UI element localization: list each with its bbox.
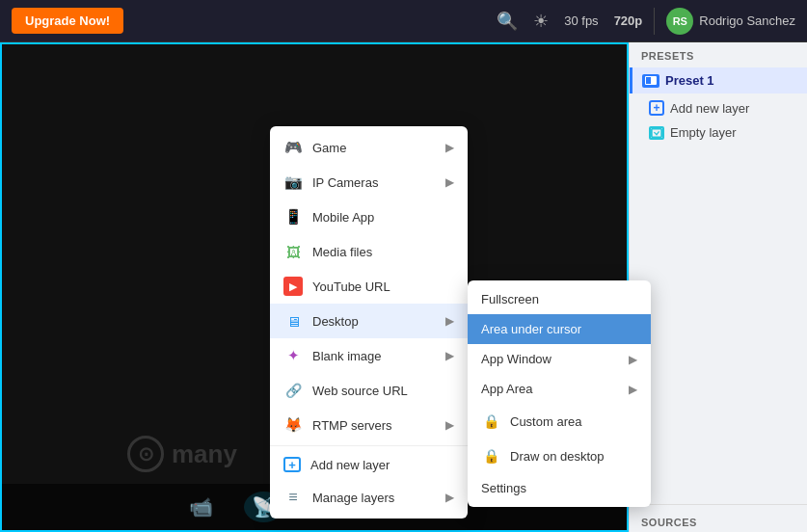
ip-cameras-icon: 📷 <box>283 173 303 192</box>
desktop-submenu: Fullscreen Area under cursor App Window … <box>468 280 651 507</box>
submenu-item-app-area[interactable]: App Area ▶ <box>468 374 651 404</box>
lock-draw-icon: 🔒 <box>481 446 500 466</box>
svg-rect-1 <box>646 77 651 84</box>
menu-label-game: Game <box>312 141 346 155</box>
watermark: ⊙ many <box>127 436 237 472</box>
top-bar-icons: 🔍 ☀ 30 fps 720p <box>497 11 642 32</box>
chevron-app-area-icon: ▶ <box>629 383 637 396</box>
menu-label-ip-cameras: IP Cameras <box>312 175 378 190</box>
menu-item-add-new-layer[interactable]: + Add new layer <box>270 449 468 480</box>
mobile-app-icon: 📱 <box>283 207 303 226</box>
desktop-icon: 🖥 <box>283 311 303 331</box>
chevron-rtmp-icon: ▶ <box>445 418 454 432</box>
zoom-icon[interactable]: 🔍 <box>497 11 518 32</box>
chevron-game-icon: ▶ <box>445 141 454 154</box>
top-bar: Upgrade Now! 🔍 ☀ 30 fps 720p RS Rodrigo … <box>0 0 807 42</box>
primary-context-menu: 🎮 Game ▶ 📷 IP Cameras ▶ 📱 Mobile App 🖼 M… <box>270 126 468 519</box>
menu-item-media-files[interactable]: 🖼 Media files <box>270 234 468 269</box>
fps-display: 30 fps <box>564 13 598 28</box>
menu-label-desktop: Desktop <box>312 314 359 329</box>
web-source-icon: 🔗 <box>283 381 303 400</box>
empty-layer-panel-label: Empty layer <box>670 125 737 140</box>
user-name: Rodrigo Sanchez <box>699 13 795 28</box>
menu-label-youtube-url: YouTube URL <box>312 279 390 294</box>
submenu-item-app-window[interactable]: App Window ▶ <box>468 344 651 374</box>
menu-label-draw-on-desktop: Draw on desktop <box>510 449 605 464</box>
chevron-app-window-icon: ▶ <box>629 353 637 366</box>
user-section: RS Rodrigo Sanchez <box>654 8 795 35</box>
brightness-icon[interactable]: ☀ <box>533 11 549 32</box>
chevron-manage-icon: ▶ <box>445 491 454 504</box>
menu-label-media-files: Media files <box>312 245 372 259</box>
menu-label-area-under-cursor: Area under cursor <box>481 322 581 336</box>
menu-label-add-new-layer: Add new layer <box>310 458 390 472</box>
submenu-item-draw-on-desktop[interactable]: 🔒 Draw on desktop <box>468 439 651 473</box>
menu-label-mobile-app: Mobile App <box>312 210 374 225</box>
media-files-icon: 🖼 <box>283 242 303 261</box>
empty-layer-icon <box>649 126 664 140</box>
avatar: RS <box>666 8 693 35</box>
submenu-item-custom-area[interactable]: 🔒 Custom area <box>468 404 651 439</box>
watermark-circle: ⊙ <box>127 436 164 472</box>
chevron-desktop-icon: ▶ <box>445 314 454 328</box>
game-icon: 🎮 <box>283 138 303 157</box>
menu-label-web-source-url: Web source URL <box>312 384 408 398</box>
menu-item-web-source-url[interactable]: 🔗 Web source URL <box>270 373 468 408</box>
menu-item-rtmp-servers[interactable]: 🦊 RTMP servers ▶ <box>270 408 468 442</box>
menu-item-ip-cameras[interactable]: 📷 IP Cameras ▶ <box>270 165 468 200</box>
add-new-layer-item[interactable]: + Add new layer <box>630 95 807 120</box>
rtmp-servers-icon: 🦊 <box>283 415 303 435</box>
menu-item-desktop[interactable]: 🖥 Desktop ▶ <box>270 304 468 338</box>
menu-item-youtube-url[interactable]: ▶ YouTube URL <box>270 269 468 304</box>
menu-item-manage-layers[interactable]: ≡ Manage layers ▶ <box>270 480 468 515</box>
sources-section-title: SOURCES <box>630 504 807 532</box>
menu-label-app-window: App Window <box>481 352 551 366</box>
menu-item-game[interactable]: 🎮 Game ▶ <box>270 130 468 165</box>
preset-1-label: Preset 1 <box>665 73 714 88</box>
submenu-item-settings[interactable]: Settings <box>468 473 651 503</box>
presets-section-title: PRESETS <box>630 42 807 66</box>
menu-item-mobile-app[interactable]: 📱 Mobile App <box>270 200 468 234</box>
manage-layers-icon: ≡ <box>283 488 303 507</box>
add-new-layer-panel-label: Add new layer <box>670 101 749 116</box>
menu-label-app-area: App Area <box>481 382 533 396</box>
preset-1-item[interactable]: Preset 1 <box>630 67 807 93</box>
menu-item-blank-image[interactable]: ✦ Blank image ▶ <box>270 338 468 373</box>
chevron-blank-icon: ▶ <box>445 349 454 362</box>
menu-label-custom-area: Custom area <box>510 414 581 429</box>
canvas-area: ⊙ many + 🎮 Game ▶ 📷 IP Cameras ▶ 📱 Mobil… <box>0 42 629 532</box>
menu-label-settings: Settings <box>481 481 526 495</box>
preset-1-icon <box>642 74 659 88</box>
right-panel: PRESETS Preset 1 + Add new layer Empty l… <box>629 42 807 532</box>
main-layout: ⊙ many + 🎮 Game ▶ 📷 IP Cameras ▶ 📱 Mobil… <box>0 42 807 532</box>
resolution-display: 720p <box>614 13 643 28</box>
menu-label-rtmp-servers: RTMP servers <box>312 418 392 433</box>
empty-layer-item[interactable]: Empty layer <box>630 120 807 145</box>
menu-label-fullscreen: Fullscreen <box>481 292 539 306</box>
blank-image-icon: ✦ <box>283 346 303 365</box>
menu-label-manage-layers: Manage layers <box>312 491 394 505</box>
menu-divider-1 <box>270 445 468 446</box>
menu-label-blank-image: Blank image <box>312 349 382 363</box>
submenu-item-fullscreen[interactable]: Fullscreen <box>468 284 651 314</box>
youtube-url-icon: ▶ <box>283 277 303 296</box>
add-new-layer-icon: + <box>283 457 301 472</box>
add-new-layer-panel-icon: + <box>649 100 664 116</box>
submenu-item-area-under-cursor[interactable]: Area under cursor <box>468 314 651 344</box>
video-camera-button[interactable]: 📹 <box>189 495 213 519</box>
lock-custom-area-icon: 🔒 <box>481 412 500 431</box>
chevron-ip-cameras-icon: ▶ <box>445 175 454 189</box>
upgrade-button[interactable]: Upgrade Now! <box>12 8 123 34</box>
svg-rect-2 <box>652 128 661 137</box>
